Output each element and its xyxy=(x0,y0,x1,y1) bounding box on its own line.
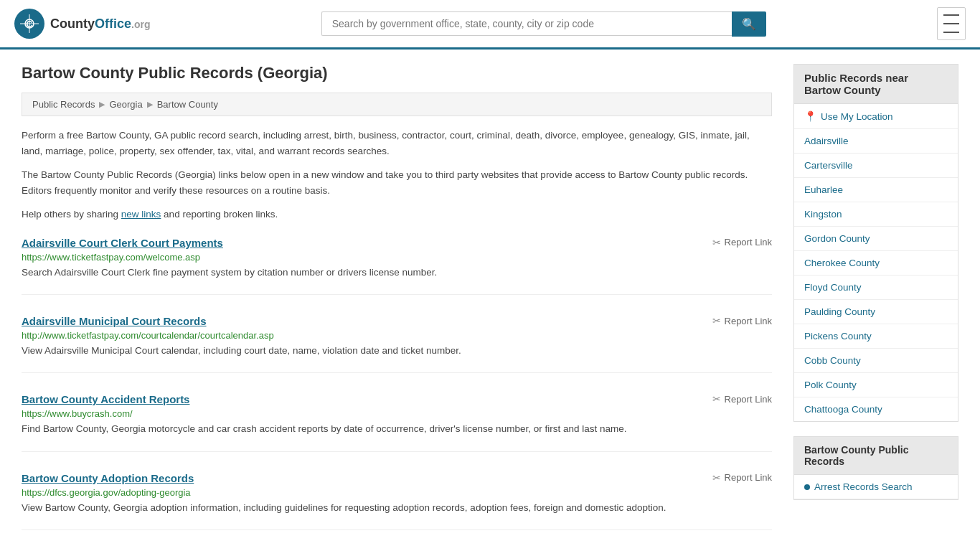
records-container: Adairsville Court Clerk Court Payments✂R… xyxy=(22,237,772,530)
record-title[interactable]: Bartow County Adoption Records xyxy=(22,472,194,484)
record-entry: Bartow County Accident Reports✂Report Li… xyxy=(22,393,772,451)
sidebar-nearby-item[interactable]: Paulding County xyxy=(794,300,958,324)
report-link[interactable]: ✂Report Link xyxy=(712,393,772,405)
report-icon: ✂ xyxy=(712,315,721,326)
sidebar-nearby-link[interactable]: Floyd County xyxy=(804,282,862,293)
sidebar-nearby-item[interactable]: Floyd County xyxy=(794,276,958,300)
sidebar-nearby-link[interactable]: Pickens County xyxy=(804,331,872,342)
logo-domain: .org xyxy=(131,19,150,30)
breadcrumb-public-records[interactable]: Public Records xyxy=(32,99,95,110)
sidebar-nearby-item[interactable]: Cobb County xyxy=(794,349,958,373)
search-button[interactable]: 🔍 xyxy=(732,11,766,37)
list-dot-icon xyxy=(804,484,810,490)
location-icon: 📍 xyxy=(804,110,816,122)
report-link[interactable]: ✂Report Link xyxy=(712,315,772,326)
description-3: Help others by sharing new links and rep… xyxy=(22,207,772,222)
sidebar-nearby-link[interactable]: Gordon County xyxy=(804,233,870,244)
page-title: Bartow County Public Records (Georgia) xyxy=(22,64,772,83)
record-description: Search Adairsville Court Clerk fine paym… xyxy=(22,265,772,280)
search-area: 🔍 xyxy=(321,11,766,37)
record-entry: Adairsville Court Clerk Court Payments✂R… xyxy=(22,237,772,295)
sidebar-nearby-item[interactable]: Gordon County xyxy=(794,227,958,251)
report-icon: ✂ xyxy=(712,393,721,405)
use-my-location-item[interactable]: 📍 Use My Location xyxy=(794,104,958,129)
sidebar-records-container: Arrest Records Search xyxy=(794,475,958,499)
menu-line xyxy=(943,23,959,24)
report-label: Report Link xyxy=(725,237,772,248)
header: C CountyOffice.org 🔍 xyxy=(0,0,980,50)
breadcrumb: Public Records ▶ Georgia ▶ Bartow County xyxy=(22,93,772,116)
report-label: Report Link xyxy=(725,316,772,326)
logo-office: Office xyxy=(95,17,131,31)
nearby-items-container: AdairsvilleCartersvilleEuharleeKingstonG… xyxy=(794,129,958,421)
sidebar-record-link[interactable]: Arrest Records Search xyxy=(814,481,913,492)
content-area: Bartow County Public Records (Georgia) P… xyxy=(22,64,772,550)
sidebar-nearby-item[interactable]: Euharlee xyxy=(794,178,958,202)
sidebar-nearby-link[interactable]: Polk County xyxy=(804,380,857,390)
breadcrumb-current: Bartow County xyxy=(157,99,218,110)
record-title[interactable]: Bartow County Accident Reports xyxy=(22,393,189,405)
report-icon: ✂ xyxy=(712,237,721,248)
report-link[interactable]: ✂Report Link xyxy=(712,237,772,248)
sidebar-nearby-link[interactable]: Cobb County xyxy=(804,355,861,366)
sidebar-nearby-item[interactable]: Kingston xyxy=(794,202,958,227)
record-description: View Adairsville Municipal Court calenda… xyxy=(22,344,772,358)
logo-text: CountyOffice.org xyxy=(50,17,150,32)
desc3-post: and reporting broken links. xyxy=(161,209,278,220)
nearby-list: 📍 Use My Location AdairsvilleCartersvill… xyxy=(793,103,958,422)
sidebar-nearby-link[interactable]: Adairsville xyxy=(804,136,849,146)
description-1: Perform a free Bartow County, GA public … xyxy=(22,128,772,159)
menu-line xyxy=(943,14,959,16)
sidebar-nearby-link[interactable]: Chattooga County xyxy=(804,404,882,415)
report-link[interactable]: ✂Report Link xyxy=(712,472,772,484)
record-url[interactable]: https://dfcs.georgia.gov/adopting-georgi… xyxy=(22,487,772,498)
report-label: Report Link xyxy=(725,394,772,405)
sidebar-nearby-item[interactable]: Chattooga County xyxy=(794,397,958,421)
record-title[interactable]: Adairsville Municipal Court Records xyxy=(22,315,207,327)
breadcrumb-georgia[interactable]: Georgia xyxy=(109,99,142,110)
record-url[interactable]: http://www.ticketfastpay.com/courtcalend… xyxy=(22,330,772,341)
record-url[interactable]: https://www.buycrash.com/ xyxy=(22,408,772,419)
sidebar-nearby-link[interactable]: Euharlee xyxy=(804,184,843,195)
menu-line xyxy=(943,32,959,33)
main-content: Bartow County Public Records (Georgia) P… xyxy=(0,50,980,551)
breadcrumb-sep2: ▶ xyxy=(147,100,153,109)
hamburger-menu-button[interactable] xyxy=(937,7,966,40)
sidebar-nearby-link[interactable]: Kingston xyxy=(804,209,842,220)
sidebar-record-item[interactable]: Arrest Records Search xyxy=(794,475,958,499)
record-entry: Bartow County Adoption Records✂Report Li… xyxy=(22,472,772,530)
record-entry: Adairsville Municipal Court Records✂Repo… xyxy=(22,315,772,373)
sidebar-nearby-item[interactable]: Pickens County xyxy=(794,324,958,349)
sidebar-nearby-link[interactable]: Paulding County xyxy=(804,306,875,317)
record-description: View Bartow County, Georgia adoption inf… xyxy=(22,501,772,515)
nearby-section-title: Public Records near Bartow County xyxy=(793,64,958,103)
desc3-pre: Help others by sharing xyxy=(22,209,121,220)
sidebar-nearby-item[interactable]: Cartersville xyxy=(794,154,958,178)
logo-icon: C xyxy=(14,9,44,39)
logo-county: County xyxy=(50,17,95,31)
records-sidebar-list: Arrest Records Search xyxy=(793,474,958,500)
use-my-location-link[interactable]: Use My Location xyxy=(821,111,893,122)
breadcrumb-sep1: ▶ xyxy=(99,100,105,109)
description-2: The Bartow County Public Records (Georgi… xyxy=(22,167,772,198)
sidebar-nearby-item[interactable]: Polk County xyxy=(794,373,958,397)
record-title[interactable]: Adairsville Court Clerk Court Payments xyxy=(22,237,223,249)
report-label: Report Link xyxy=(725,472,772,483)
report-icon: ✂ xyxy=(712,472,721,484)
sidebar-nearby-item[interactable]: Adairsville xyxy=(794,129,958,154)
sidebar-nearby-link[interactable]: Cartersville xyxy=(804,160,853,171)
records-section-title: Bartow County Public Records xyxy=(793,436,958,474)
search-input[interactable] xyxy=(321,11,732,36)
record-description: Find Bartow County, Georgia motorcycle a… xyxy=(22,422,772,436)
record-url[interactable]: https://www.ticketfastpay.com/welcome.as… xyxy=(22,252,772,263)
sidebar-nearby-item[interactable]: Cherokee County xyxy=(794,251,958,276)
sidebar-nearby-link[interactable]: Cherokee County xyxy=(804,258,880,268)
new-links-link[interactable]: new links xyxy=(121,209,161,220)
logo-area: C CountyOffice.org xyxy=(14,9,150,39)
sidebar: Public Records near Bartow County 📍 Use … xyxy=(793,64,958,550)
